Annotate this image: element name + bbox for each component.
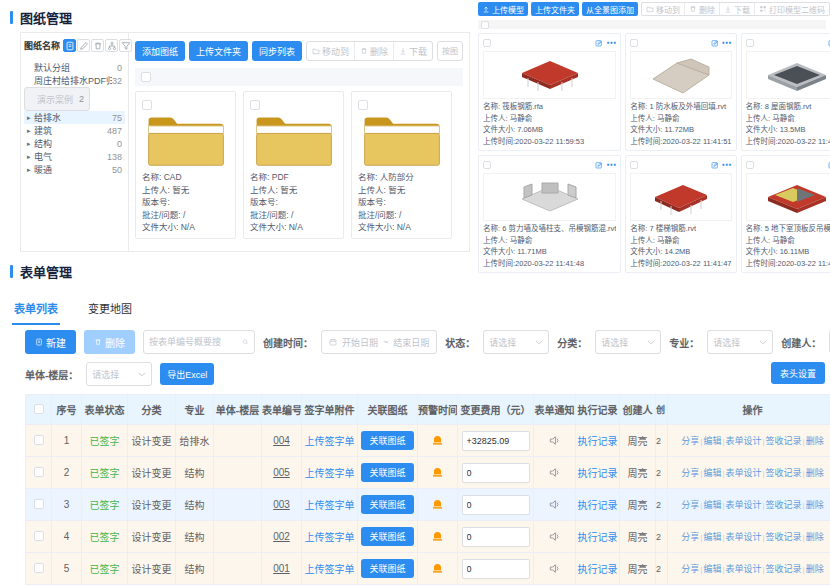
download-button[interactable]: 下载 — [393, 42, 432, 60]
add-from-panorama-button[interactable]: 从全景图添加 — [582, 2, 638, 16]
form-code-link[interactable]: 003 — [262, 489, 302, 521]
tree-item-structure[interactable]: ▸结构0 — [24, 137, 125, 150]
delete-group-button[interactable] — [91, 39, 104, 52]
fee-input[interactable] — [462, 527, 530, 547]
exec-record-link[interactable]: 执行记录 — [576, 521, 620, 553]
upload-sign-link[interactable]: 上传签字单 — [302, 457, 358, 489]
edit-model-icon[interactable] — [711, 161, 719, 169]
alarm-icon[interactable] — [431, 498, 444, 511]
model-thumbnail[interactable]: 轻量化中 — [746, 51, 830, 99]
row-checkbox[interactable] — [34, 531, 44, 541]
table-row[interactable]: 4 已签字 设计变更 结构 002 上传签字单 关联图纸 执行记录 周亮 2 分… — [26, 521, 830, 553]
edit-link[interactable]: 编辑 — [703, 564, 721, 574]
model-thumbnail[interactable] — [746, 173, 830, 221]
form-code-link[interactable]: 005 — [262, 457, 302, 489]
tab-change-map[interactable]: 变更地图 — [86, 296, 134, 325]
form-design-link[interactable]: 表单设计 — [725, 532, 761, 542]
expand-arrow-icon[interactable]: ▸ — [27, 127, 34, 135]
tree-view-button[interactable] — [105, 39, 118, 52]
select-all-checkbox[interactable] — [481, 21, 489, 29]
row-checkbox[interactable] — [34, 467, 44, 477]
share-link[interactable]: 分享 — [681, 500, 699, 510]
sign-record-link[interactable]: 签收记录 — [766, 532, 802, 542]
speaker-icon[interactable] — [548, 498, 561, 511]
model-checkbox[interactable] — [746, 161, 754, 169]
form-code-link[interactable]: 004 — [262, 425, 302, 457]
major-select[interactable]: 请选择 — [707, 330, 773, 354]
folder-checkbox[interactable] — [142, 100, 152, 110]
upload-model-folder-button[interactable]: 上传文件夹 — [531, 2, 579, 16]
edit-model-icon[interactable] — [595, 161, 603, 169]
speaker-icon[interactable] — [548, 434, 561, 447]
speaker-icon[interactable] — [548, 562, 561, 575]
upload-model-button[interactable]: 上传模型 — [478, 2, 528, 16]
link-drawing-button[interactable]: 关联图纸 — [361, 463, 413, 482]
move-to-button[interactable]: 移动到 — [307, 42, 354, 60]
download-button[interactable]: 下载 — [719, 3, 754, 15]
delete-link[interactable]: 删除 — [806, 500, 824, 510]
exec-record-link[interactable]: 执行记录 — [576, 425, 620, 457]
tree-item-hvac[interactable]: ▸暖通50 — [24, 163, 125, 176]
delete-link[interactable]: 删除 — [806, 532, 824, 542]
expand-arrow-icon[interactable]: ▸ — [27, 153, 34, 161]
expand-arrow-icon[interactable]: ▸ — [27, 114, 34, 122]
more-icon[interactable]: ⋯ — [722, 40, 732, 46]
model-checkbox[interactable] — [483, 161, 491, 169]
alarm-icon[interactable] — [431, 562, 444, 575]
delete-link[interactable]: 删除 — [806, 468, 824, 478]
alarm-icon[interactable] — [431, 434, 444, 447]
folder-card-pdf[interactable]: 名称: PDF 上传人: 暂无 版本号: 批注/问题: / 文件大小: N/A — [243, 91, 344, 239]
form-code-link[interactable]: 001 — [262, 553, 302, 585]
fee-input[interactable] — [462, 431, 530, 451]
form-design-link[interactable]: 表单设计 — [725, 564, 761, 574]
upload-sign-link[interactable]: 上传签字单 — [302, 489, 358, 521]
folder-checkbox[interactable] — [250, 100, 260, 110]
fee-input[interactable] — [462, 463, 530, 483]
header-settings-button[interactable]: 表头设置 — [771, 362, 825, 384]
delete-link[interactable]: 删除 — [806, 436, 824, 446]
sync-list-button[interactable]: 同步列表 — [252, 41, 302, 61]
link-drawing-button[interactable]: 关联图纸 — [361, 495, 413, 514]
table-row[interactable]: 2 已签字 设计变更 结构 005 上传签字单 关联图纸 执行记录 周亮 2 分… — [26, 457, 830, 489]
add-drawing-button[interactable]: 添加图纸 — [135, 41, 185, 61]
expand-arrow-icon[interactable]: ▸ — [27, 140, 34, 148]
select-all-checkbox[interactable] — [141, 72, 151, 82]
delete-form-button[interactable]: 删除 — [84, 330, 135, 354]
sign-record-link[interactable]: 签收记录 — [766, 468, 802, 478]
model-card[interactable]: ⋯ 名称: 6 剪力墙及墙柱支、吊模钢筋混.rvt 上传人: 马静俞 文件大小:… — [478, 155, 621, 273]
delete-link[interactable]: 删除 — [806, 564, 824, 574]
status-select[interactable]: 请选择 — [483, 330, 549, 354]
model-thumbnail[interactable] — [483, 173, 616, 221]
more-icon[interactable]: ⋯ — [606, 40, 616, 46]
new-form-button[interactable]: 新建 — [25, 330, 76, 354]
speaker-icon[interactable] — [548, 530, 561, 543]
delete-button[interactable]: 删除 — [684, 3, 719, 15]
edit-model-icon[interactable] — [711, 39, 719, 47]
model-checkbox[interactable] — [630, 161, 638, 169]
folder-card-renfang[interactable]: 名称: 人防部分 上传人: 暂无 版本号: 批注/问题: / 文件大小: N/A — [351, 91, 452, 239]
alarm-icon[interactable] — [431, 466, 444, 479]
edit-link[interactable]: 编辑 — [703, 436, 721, 446]
export-excel-button[interactable]: 导出Excel — [160, 363, 214, 385]
table-row[interactable]: 1 已签字 设计变更 给排水 004 上传签字单 关联图纸 执行记录 周亮 2 … — [26, 425, 830, 457]
more-icon[interactable]: ⋯ — [606, 162, 616, 168]
model-checkbox[interactable] — [483, 39, 491, 47]
share-link[interactable]: 分享 — [681, 564, 699, 574]
link-drawing-button[interactable]: 关联图纸 — [361, 559, 413, 578]
delete-button[interactable]: 删除 — [354, 42, 393, 60]
expand-arrow-icon[interactable]: ▸ — [27, 166, 34, 174]
link-drawing-button[interactable]: 关联图纸 — [361, 527, 413, 546]
tree-item-default-group[interactable]: 默认分组0 — [24, 61, 125, 74]
model-card[interactable]: ⋯ 轻量化中 名称: 8 屋面钢筋.rvt 上传人: 马静俞 文件大小: 13.… — [741, 33, 830, 151]
model-checkbox[interactable] — [630, 39, 638, 47]
model-checkbox[interactable] — [746, 39, 754, 47]
share-link[interactable]: 分享 — [681, 436, 699, 446]
tree-item-demo[interactable]: 演示案例2 — [24, 87, 90, 111]
edit-model-icon[interactable] — [595, 39, 603, 47]
new-group-button[interactable] — [63, 39, 76, 52]
exec-record-link[interactable]: 执行记录 — [576, 489, 620, 521]
fee-input[interactable] — [462, 559, 530, 579]
form-code-link[interactable]: 002 — [262, 521, 302, 553]
row-checkbox[interactable] — [34, 435, 44, 445]
more-icon[interactable]: ⋯ — [722, 162, 732, 168]
